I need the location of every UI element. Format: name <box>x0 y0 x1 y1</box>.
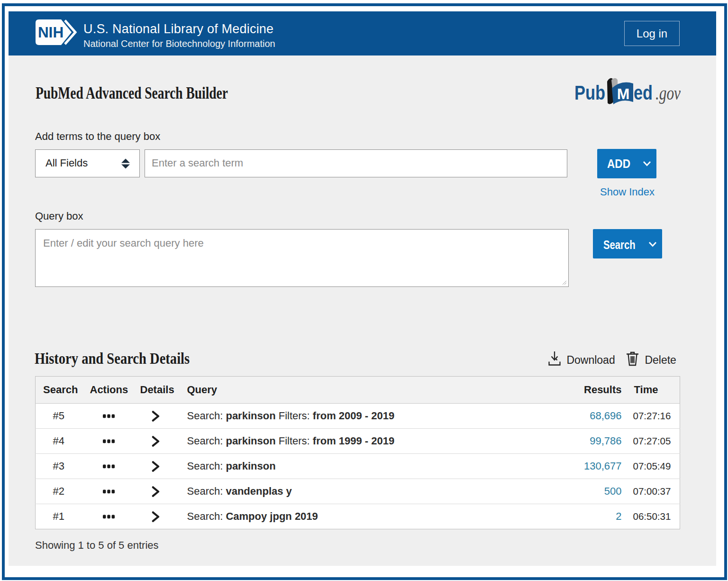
svg-text:Pub: Pub <box>574 81 605 104</box>
svg-text:ed: ed <box>634 81 653 104</box>
svg-text:NIH: NIH <box>38 24 64 41</box>
svg-text:.gov: .gov <box>655 83 681 104</box>
svg-text:M: M <box>617 85 630 102</box>
